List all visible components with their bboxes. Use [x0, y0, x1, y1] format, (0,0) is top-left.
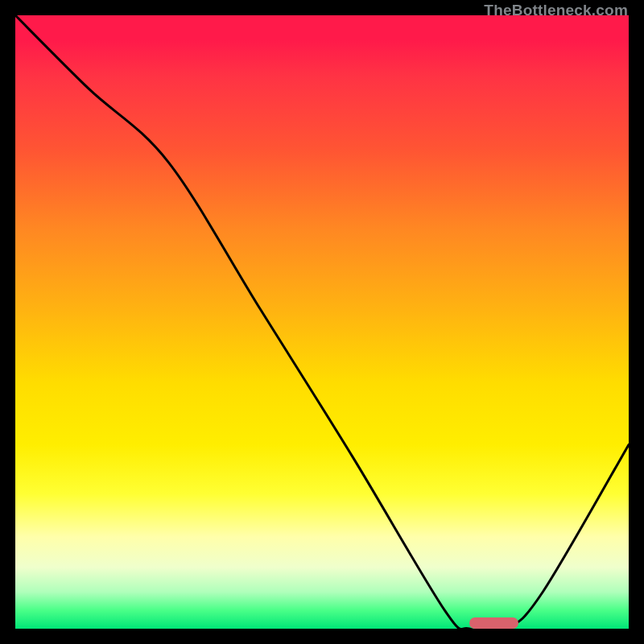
optimal-range-marker	[469, 617, 518, 629]
watermark-text: TheBottleneck.com	[484, 2, 628, 19]
chart-container: TheBottleneck.com	[0, 0, 644, 644]
plot-background-gradient	[15, 15, 629, 629]
